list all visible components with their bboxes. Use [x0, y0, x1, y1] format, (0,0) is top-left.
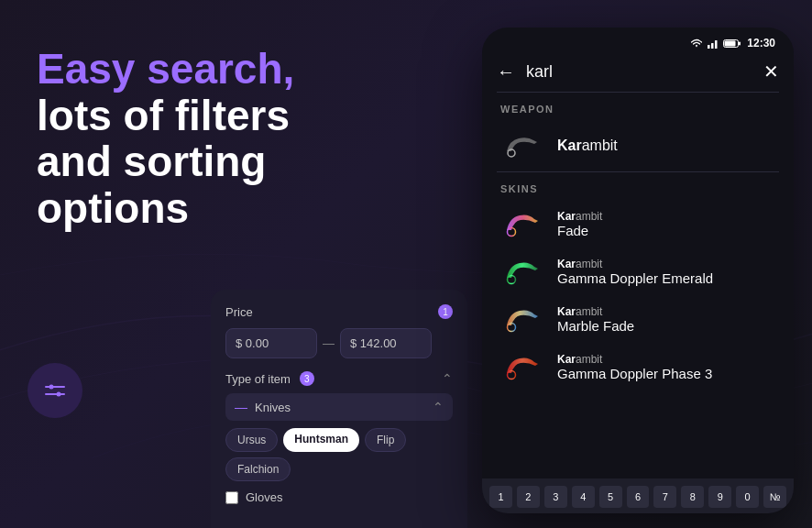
key-0[interactable]: 0 [736, 486, 759, 508]
skin-weapon-fade: Karambit [557, 210, 602, 223]
keyboard: 1 2 3 4 5 6 7 8 9 0 № [482, 478, 794, 513]
headline-line1: Easy search, [37, 45, 294, 93]
search-bar: ← karl ✕ [482, 55, 794, 92]
headline-line2: lots of filters [37, 92, 290, 139]
gamma-doppler-skin-icon [501, 256, 543, 287]
skin-name-gamma-doppler: Gamma Doppler Emerald [557, 270, 713, 286]
svg-rect-5 [711, 43, 714, 49]
price-inputs: — [225, 328, 453, 358]
fade-skin-icon [501, 208, 543, 239]
knives-label: Knives [255, 401, 433, 414]
battery-icon [723, 38, 741, 49]
skin-weapon-marble-fade: Karambit [557, 305, 634, 318]
weapon-name-karambit: Karambit [557, 138, 618, 154]
signal-icon [707, 38, 719, 49]
svg-rect-6 [715, 40, 718, 49]
status-bar: 12:30 [482, 28, 794, 55]
back-button[interactable]: ← [497, 61, 515, 82]
status-time: 12:30 [747, 37, 775, 50]
skin-weapon-gamma-doppler-p3: Karambit [557, 353, 712, 366]
key-num[interactable]: № [763, 486, 786, 508]
chip-huntsman[interactable]: Huntsman [283, 428, 359, 452]
svg-point-1 [49, 385, 54, 390]
chip-ursus[interactable]: Ursus [225, 428, 278, 452]
type-badge: 3 [300, 371, 314, 386]
gloves-label: Gloves [246, 490, 282, 504]
key-8[interactable]: 8 [681, 486, 704, 508]
key-5[interactable]: 5 [599, 486, 622, 508]
skin-thumb-marble-fade [500, 302, 544, 336]
price-from-input[interactable] [225, 328, 317, 358]
key-6[interactable]: 6 [627, 486, 650, 508]
weapon-item-karambit[interactable]: Karambit [482, 120, 794, 171]
skin-info-gamma-doppler: Karambit Gamma Doppler Emerald [557, 258, 713, 286]
key-2[interactable]: 2 [517, 486, 540, 508]
key-1[interactable]: 1 [489, 486, 512, 508]
svg-rect-8 [725, 40, 736, 46]
skin-name-gamma-doppler-p3: Gamma Doppler Phase 3 [557, 366, 712, 381]
weapon-thumbnail [500, 129, 544, 162]
minus-icon: — [235, 400, 247, 414]
gamma-doppler-p3-skin-icon [501, 351, 543, 382]
filter-icon-circle[interactable] [27, 363, 82, 418]
price-label: Price [225, 305, 434, 319]
skin-name-marble-fade: Marble Fade [557, 318, 634, 334]
price-to-input[interactable] [340, 328, 432, 358]
karambit-weapon-icon [502, 131, 543, 160]
headline-line4: options [37, 184, 189, 232]
skins-list: Karambit Fade [482, 200, 794, 390]
gloves-checkbox[interactable] [225, 491, 238, 504]
search-query: karl [526, 62, 553, 81]
price-badge: 1 [438, 304, 453, 319]
skin-weapon-gamma-doppler: Karambit [557, 258, 713, 270]
skin-name-fade: Fade [557, 223, 602, 238]
weapon-section-label: WEAPON [482, 93, 794, 120]
skin-info-marble-fade: Karambit Marble Fade [557, 305, 634, 334]
skin-info-fade: Karambit Fade [557, 210, 602, 238]
headline: Easy search, lots of filters and sorting… [37, 46, 403, 231]
search-text: karl [526, 62, 752, 82]
type-label: Type of item [225, 372, 291, 386]
price-dash: — [323, 336, 335, 350]
knives-row: — Knives ⌃ [225, 393, 453, 421]
headline-line3: and sorting [37, 138, 266, 185]
status-icons [690, 38, 741, 49]
svg-rect-9 [739, 41, 741, 45]
chip-flip[interactable]: Flip [365, 428, 406, 452]
key-3[interactable]: 3 [544, 486, 567, 508]
chip-falchion[interactable]: Falchion [225, 457, 291, 481]
marble-fade-skin-icon [501, 303, 543, 335]
knife-chips: Ursus Huntsman Flip Falchion [225, 428, 453, 481]
skin-item-gamma-doppler-p3[interactable]: Karambit Gamma Doppler Phase 3 [482, 343, 794, 390]
skin-item-gamma-doppler[interactable]: Karambit Gamma Doppler Emerald [482, 248, 794, 295]
weapon-name-bold: Kar [557, 138, 582, 153]
price-row: Price 1 [225, 304, 453, 319]
key-4[interactable]: 4 [572, 486, 595, 508]
filter-icon [42, 380, 68, 401]
skin-item-marble-fade[interactable]: Karambit Marble Fade [482, 295, 794, 343]
skin-thumb-gamma-doppler-p3 [500, 350, 544, 383]
filter-panel: Price 1 — Type of item 3 ⌃ — Knives ⌃ Ur… [211, 290, 467, 528]
type-chevron-icon[interactable]: ⌃ [442, 371, 453, 386]
skin-thumb-fade [500, 207, 544, 240]
knives-chevron-icon[interactable]: ⌃ [433, 400, 444, 414]
keyboard-row: 1 2 3 4 5 6 7 8 9 0 № [489, 486, 786, 508]
clear-search-button[interactable]: ✕ [763, 60, 779, 82]
weapon-name-rest: ambit [582, 138, 618, 153]
key-7[interactable]: 7 [653, 486, 676, 508]
type-header: Type of item 3 ⌃ [225, 371, 453, 386]
wifi-icon [690, 38, 703, 49]
skin-info-gamma-doppler-p3: Karambit Gamma Doppler Phase 3 [557, 353, 712, 381]
svg-point-3 [57, 392, 61, 397]
skins-section-label: SKINS [482, 172, 794, 200]
skin-item-fade[interactable]: Karambit Fade [482, 200, 794, 248]
phone-mockup: 12:30 ← karl ✕ WEAPON Karambit SKINS [482, 28, 794, 513]
skin-thumb-gamma-doppler [500, 255, 544, 288]
type-section: Type of item 3 ⌃ — Knives ⌃ Ursus Huntsm… [225, 371, 453, 504]
svg-rect-4 [708, 45, 710, 49]
key-9[interactable]: 9 [708, 486, 731, 508]
